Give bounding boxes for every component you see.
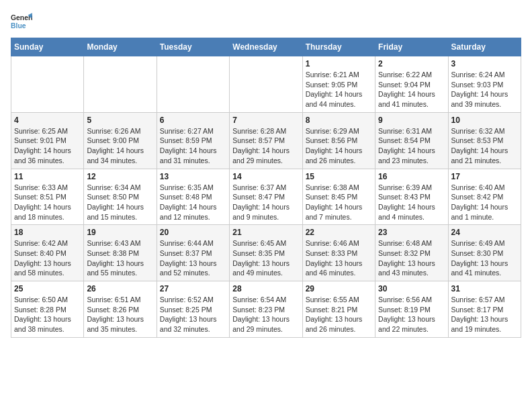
calendar-cell: 22Sunrise: 6:46 AMSunset: 8:33 PMDayligh… xyxy=(302,225,375,281)
day-info: Sunrise: 6:40 AMSunset: 8:42 PMDaylight:… xyxy=(451,183,518,222)
day-info: Sunrise: 6:35 AMSunset: 8:48 PMDaylight:… xyxy=(160,183,226,222)
day-info: Sunrise: 6:48 AMSunset: 8:32 PMDaylight:… xyxy=(378,238,445,278)
calendar-week-3: 11Sunrise: 6:33 AMSunset: 8:51 PMDayligh… xyxy=(11,169,521,225)
day-number: 5 xyxy=(87,116,153,125)
calendar-cell: 12Sunrise: 6:34 AMSunset: 8:50 PMDayligh… xyxy=(84,169,157,225)
day-number: 18 xyxy=(14,228,81,237)
calendar-week-1: 1Sunrise: 6:21 AMSunset: 9:05 PMDaylight… xyxy=(11,56,521,113)
calendar-cell: 7Sunrise: 6:28 AMSunset: 8:57 PMDaylight… xyxy=(230,112,302,169)
day-info: Sunrise: 6:39 AMSunset: 8:43 PMDaylight:… xyxy=(378,183,445,222)
day-info: Sunrise: 6:34 AMSunset: 8:50 PMDaylight:… xyxy=(87,183,153,222)
calendar-cell: 23Sunrise: 6:48 AMSunset: 8:32 PMDayligh… xyxy=(375,225,448,281)
calendar-cell: 25Sunrise: 6:50 AMSunset: 8:28 PMDayligh… xyxy=(11,281,84,338)
day-number: 2 xyxy=(378,59,445,68)
day-info: Sunrise: 6:45 AMSunset: 8:35 PMDaylight:… xyxy=(232,238,299,278)
calendar-cell: 16Sunrise: 6:39 AMSunset: 8:43 PMDayligh… xyxy=(375,169,448,225)
calendar-cell: 5Sunrise: 6:26 AMSunset: 9:00 PMDaylight… xyxy=(84,112,157,169)
calendar-week-4: 18Sunrise: 6:42 AMSunset: 8:40 PMDayligh… xyxy=(11,225,521,281)
calendar-cell: 6Sunrise: 6:27 AMSunset: 8:59 PMDaylight… xyxy=(157,112,229,169)
calendar-cell xyxy=(157,56,229,113)
day-number: 14 xyxy=(232,172,299,181)
svg-text:Blue: Blue xyxy=(11,22,26,30)
day-info: Sunrise: 6:49 AMSunset: 8:30 PMDaylight:… xyxy=(451,238,518,278)
day-number: 11 xyxy=(14,172,81,181)
day-number: 10 xyxy=(451,116,518,125)
day-number: 30 xyxy=(378,284,445,293)
logo: General Blue xyxy=(11,11,35,32)
day-number: 4 xyxy=(14,116,81,125)
day-info: Sunrise: 6:26 AMSunset: 9:00 PMDaylight:… xyxy=(87,126,153,166)
calendar-cell xyxy=(230,56,302,113)
day-number: 23 xyxy=(378,228,445,237)
day-info: Sunrise: 6:22 AMSunset: 9:04 PMDaylight:… xyxy=(378,70,445,109)
calendar-cell: 19Sunrise: 6:43 AMSunset: 8:38 PMDayligh… xyxy=(84,225,157,281)
day-number: 26 xyxy=(87,284,153,293)
calendar-week-2: 4Sunrise: 6:25 AMSunset: 9:01 PMDaylight… xyxy=(11,112,521,169)
day-number: 19 xyxy=(87,228,153,237)
calendar-cell: 29Sunrise: 6:55 AMSunset: 8:21 PMDayligh… xyxy=(302,281,375,338)
calendar-cell: 10Sunrise: 6:32 AMSunset: 8:53 PMDayligh… xyxy=(448,112,521,169)
day-info: Sunrise: 6:25 AMSunset: 9:01 PMDaylight:… xyxy=(14,126,81,166)
day-info: Sunrise: 6:44 AMSunset: 8:37 PMDaylight:… xyxy=(160,238,226,278)
day-info: Sunrise: 6:42 AMSunset: 8:40 PMDaylight:… xyxy=(14,238,81,278)
day-number: 1 xyxy=(306,59,372,68)
day-info: Sunrise: 6:33 AMSunset: 8:51 PMDaylight:… xyxy=(14,183,81,222)
day-info: Sunrise: 6:57 AMSunset: 8:17 PMDaylight:… xyxy=(451,295,518,334)
day-number: 16 xyxy=(378,172,445,181)
calendar-header-saturday: Saturday xyxy=(448,38,521,56)
calendar-cell: 18Sunrise: 6:42 AMSunset: 8:40 PMDayligh… xyxy=(11,225,84,281)
calendar-cell: 4Sunrise: 6:25 AMSunset: 9:01 PMDaylight… xyxy=(11,112,84,169)
day-number: 17 xyxy=(451,172,518,181)
calendar-header-sunday: Sunday xyxy=(11,38,84,56)
calendar-cell xyxy=(11,56,84,113)
logo-icon: General Blue xyxy=(11,11,32,32)
calendar-cell: 27Sunrise: 6:52 AMSunset: 8:25 PMDayligh… xyxy=(157,281,229,338)
calendar-table: SundayMondayTuesdayWednesdayThursdayFrid… xyxy=(11,38,521,338)
calendar-cell: 9Sunrise: 6:31 AMSunset: 8:54 PMDaylight… xyxy=(375,112,448,169)
calendar-cell: 31Sunrise: 6:57 AMSunset: 8:17 PMDayligh… xyxy=(448,281,521,338)
calendar-header-monday: Monday xyxy=(84,38,157,56)
day-info: Sunrise: 6:31 AMSunset: 8:54 PMDaylight:… xyxy=(378,126,445,166)
day-number: 28 xyxy=(232,284,299,293)
calendar-cell: 20Sunrise: 6:44 AMSunset: 8:37 PMDayligh… xyxy=(157,225,229,281)
calendar-cell: 15Sunrise: 6:38 AMSunset: 8:45 PMDayligh… xyxy=(302,169,375,225)
day-info: Sunrise: 6:54 AMSunset: 8:23 PMDaylight:… xyxy=(232,295,299,334)
day-info: Sunrise: 6:38 AMSunset: 8:45 PMDaylight:… xyxy=(306,183,372,222)
day-number: 6 xyxy=(160,116,226,125)
day-info: Sunrise: 6:24 AMSunset: 9:03 PMDaylight:… xyxy=(451,70,518,109)
calendar-header-row: SundayMondayTuesdayWednesdayThursdayFrid… xyxy=(11,38,521,56)
day-number: 3 xyxy=(451,59,518,68)
calendar-cell: 8Sunrise: 6:29 AMSunset: 8:56 PMDaylight… xyxy=(302,112,375,169)
calendar-cell: 21Sunrise: 6:45 AMSunset: 8:35 PMDayligh… xyxy=(230,225,302,281)
day-number: 15 xyxy=(306,172,372,181)
calendar-cell: 17Sunrise: 6:40 AMSunset: 8:42 PMDayligh… xyxy=(448,169,521,225)
day-info: Sunrise: 6:29 AMSunset: 8:56 PMDaylight:… xyxy=(306,126,372,166)
day-info: Sunrise: 6:32 AMSunset: 8:53 PMDaylight:… xyxy=(451,126,518,166)
calendar-cell: 14Sunrise: 6:37 AMSunset: 8:47 PMDayligh… xyxy=(230,169,302,225)
day-info: Sunrise: 6:50 AMSunset: 8:28 PMDaylight:… xyxy=(14,295,81,334)
day-info: Sunrise: 6:55 AMSunset: 8:21 PMDaylight:… xyxy=(306,295,372,334)
day-info: Sunrise: 6:46 AMSunset: 8:33 PMDaylight:… xyxy=(306,238,372,278)
day-number: 29 xyxy=(306,284,372,293)
calendar-cell: 26Sunrise: 6:51 AMSunset: 8:26 PMDayligh… xyxy=(84,281,157,338)
day-number: 25 xyxy=(14,284,81,293)
day-number: 20 xyxy=(160,228,226,237)
calendar-header-thursday: Thursday xyxy=(302,38,375,56)
calendar-cell: 30Sunrise: 6:56 AMSunset: 8:19 PMDayligh… xyxy=(375,281,448,338)
calendar-cell: 1Sunrise: 6:21 AMSunset: 9:05 PMDaylight… xyxy=(302,56,375,113)
day-number: 7 xyxy=(232,116,299,125)
day-number: 31 xyxy=(451,284,518,293)
day-number: 8 xyxy=(306,116,372,125)
calendar-header-tuesday: Tuesday xyxy=(157,38,229,56)
day-info: Sunrise: 6:21 AMSunset: 9:05 PMDaylight:… xyxy=(306,70,372,109)
calendar-cell: 13Sunrise: 6:35 AMSunset: 8:48 PMDayligh… xyxy=(157,169,229,225)
day-info: Sunrise: 6:52 AMSunset: 8:25 PMDaylight:… xyxy=(160,295,226,334)
header: General Blue xyxy=(11,11,521,32)
calendar-cell: 2Sunrise: 6:22 AMSunset: 9:04 PMDaylight… xyxy=(375,56,448,113)
day-number: 21 xyxy=(232,228,299,237)
calendar-cell: 11Sunrise: 6:33 AMSunset: 8:51 PMDayligh… xyxy=(11,169,84,225)
calendar-header-wednesday: Wednesday xyxy=(230,38,302,56)
day-number: 24 xyxy=(451,228,518,237)
calendar-cell: 28Sunrise: 6:54 AMSunset: 8:23 PMDayligh… xyxy=(230,281,302,338)
day-info: Sunrise: 6:56 AMSunset: 8:19 PMDaylight:… xyxy=(378,295,445,334)
